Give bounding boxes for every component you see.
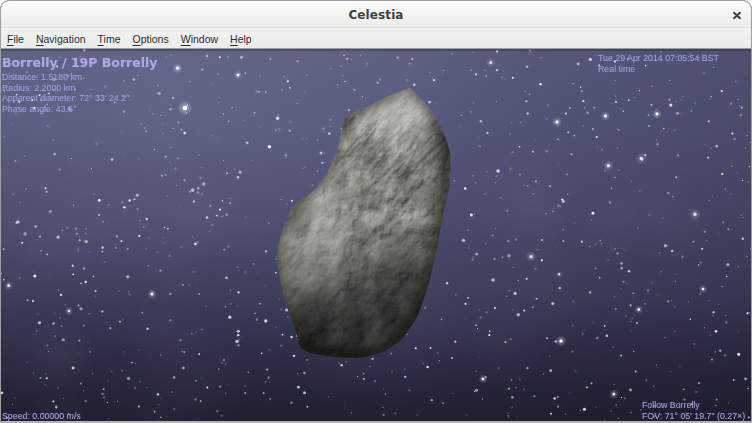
close-icon [733,12,741,19]
menubar: File Navigation Time Options Window Help [1,28,751,49]
selection-distance: Distance: 1.5180 km [2,72,157,83]
menu-window[interactable]: Window [175,31,224,47]
window-title: Celestia [1,1,751,28]
speed-value: Speed: 0.00000 m/s [2,411,81,422]
celestia-window: Celestia File Navigation Time Options Wi… [0,0,752,423]
selection-radius: Radius: 2.2000 km [2,83,157,94]
menu-options[interactable]: Options [127,31,175,47]
selection-apparent-diameter: Apparent diameter: 72° 33' 24.2" [2,93,157,104]
datetime-info: Tue 29 Apr 2014 07:05:54 BST Real time [598,53,719,74]
status-follow: Follow Borrelly [642,400,745,411]
selection-phase-angle: Phase angle: 43.6° [2,104,157,115]
menu-file[interactable]: File [1,31,30,47]
datetime-mode: Real time [598,64,719,75]
menu-navigation[interactable]: Navigation [30,31,92,47]
selection-title: Borrelly / 19P Borrelly [2,56,157,69]
speed-info: Speed: 0.00000 m/s [2,411,81,422]
menu-time[interactable]: Time [92,31,127,47]
space-viewport[interactable]: Borrelly / 19P Borrelly Distance: 1.5180… [1,49,751,422]
status-info: Follow Borrelly FOV: 71° 05' 19.7" (0.27… [642,400,745,421]
datetime-date: Tue 29 Apr 2014 07:05:54 BST [598,53,719,64]
titlebar[interactable]: Celestia [1,1,751,28]
menu-help[interactable]: Help [224,31,258,47]
status-fov: FOV: 71° 05' 19.7" (0.27×) [642,411,745,422]
selection-info: Borrelly / 19P Borrelly Distance: 1.5180… [2,56,157,114]
close-button[interactable] [733,12,741,19]
